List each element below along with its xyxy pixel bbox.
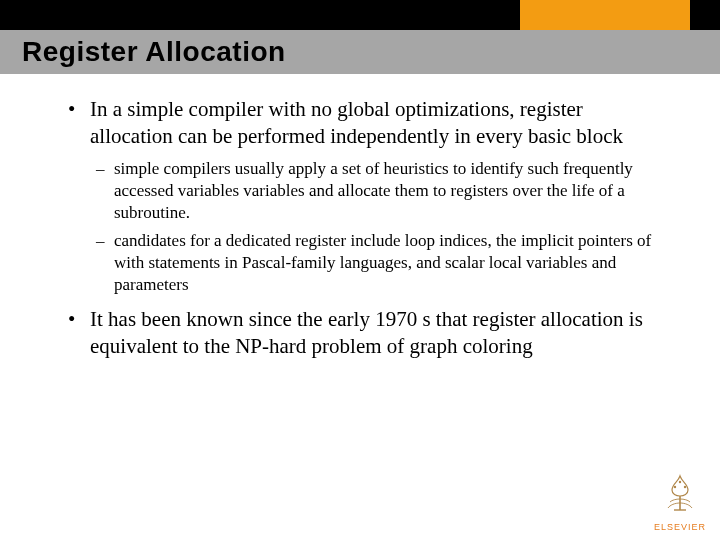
publisher-logo: ELSEVIER [654, 472, 706, 532]
publisher-name: ELSEVIER [654, 522, 706, 532]
sub-bullet-text: simple compilers usually apply a set of … [114, 159, 633, 222]
slide: Register Allocation In a simple compiler… [0, 0, 720, 540]
content-area: In a simple compiler with no global opti… [60, 96, 660, 370]
bullet-item: In a simple compiler with no global opti… [60, 96, 660, 296]
sub-bullet-list: simple compilers usually apply a set of … [90, 158, 660, 297]
bullet-list: In a simple compiler with no global opti… [60, 96, 660, 360]
sub-bullet-item: simple compilers usually apply a set of … [90, 158, 660, 224]
top-orange-accent [520, 0, 690, 30]
svg-point-3 [679, 481, 681, 483]
title-band: Register Allocation [0, 30, 720, 74]
sub-bullet-item: candidates for a dedicated register incl… [90, 230, 660, 296]
svg-point-1 [674, 486, 676, 488]
sub-bullet-text: candidates for a dedicated register incl… [114, 231, 651, 294]
bullet-text: In a simple compiler with no global opti… [90, 97, 623, 148]
bullet-text: It has been known since the early 1970 s… [90, 307, 643, 358]
svg-point-2 [684, 486, 686, 488]
elsevier-tree-icon [658, 472, 702, 516]
bullet-item: It has been known since the early 1970 s… [60, 306, 660, 360]
page-title: Register Allocation [0, 36, 286, 68]
